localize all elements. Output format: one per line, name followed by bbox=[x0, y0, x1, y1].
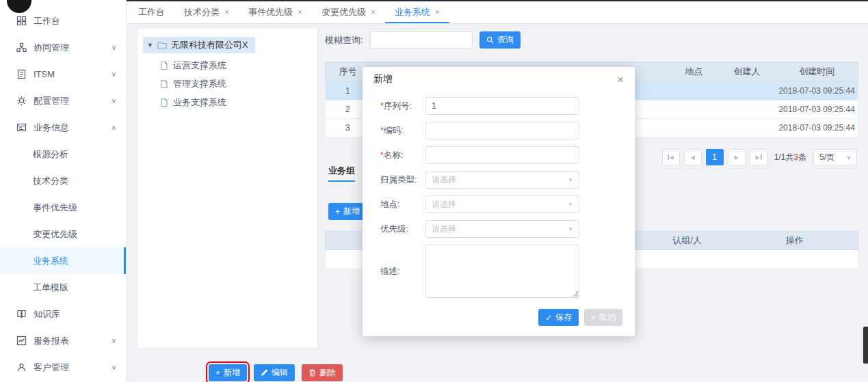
group-column-header-actions: 操作 bbox=[731, 234, 858, 247]
tree-node-label: 管理支撑系统 bbox=[173, 78, 226, 90]
sidebar-subitem-label: 工单模版 bbox=[33, 282, 68, 294]
sidebar-item-label: ITSM bbox=[34, 69, 55, 79]
tab-close-icon[interactable]: × bbox=[224, 8, 229, 17]
trash-icon bbox=[308, 369, 316, 377]
tab-label: 事件优先级 bbox=[248, 6, 293, 18]
tree-expand-icon[interactable]: ▼ bbox=[147, 42, 153, 49]
sidebar-item-business-system[interactable]: 业务系统 bbox=[0, 247, 126, 274]
category-select[interactable]: 请选择 ▼ bbox=[425, 171, 579, 189]
tree-node-operation-system[interactable]: 运营支撑系统 bbox=[159, 59, 317, 72]
select-placeholder: 请选择 bbox=[432, 199, 456, 210]
modal-close-icon[interactable]: × bbox=[617, 74, 624, 85]
sidebar-item-label: 业务信息 bbox=[34, 122, 69, 134]
tab-change-priority[interactable]: 变更优先级 × bbox=[312, 1, 385, 23]
pencil-icon bbox=[261, 369, 268, 377]
tab-close-icon[interactable]: × bbox=[435, 8, 440, 17]
first-page-button[interactable]: ◀ bbox=[662, 149, 680, 165]
org-tree-panel: ▼ 无限科技有限公司X 运营支撑系统 管理支撑系统 bbox=[137, 28, 318, 349]
last-page-button[interactable]: ▶ bbox=[750, 149, 767, 165]
chevron-down-icon: ∨ bbox=[111, 97, 116, 105]
query-button-label: 查询 bbox=[497, 34, 514, 46]
tree-node-company[interactable]: ▼ 无限科技有限公司X bbox=[143, 37, 255, 53]
search-icon bbox=[486, 36, 494, 44]
chevron-up-icon: ∧ bbox=[111, 124, 116, 131]
tree-edit-button[interactable]: 编辑 bbox=[254, 364, 295, 381]
sidebar-item-label: 协同管理 bbox=[34, 42, 69, 54]
tab-tech-category[interactable]: 技术分类 × bbox=[174, 1, 239, 23]
cancel-button-label: 取消 bbox=[599, 312, 616, 323]
description-textarea[interactable] bbox=[425, 245, 579, 298]
sidebar-item-collaboration[interactable]: 协同管理 ∨ bbox=[0, 34, 126, 61]
tree-delete-button[interactable]: 删除 bbox=[302, 364, 343, 381]
select-caret-icon: ▼ bbox=[568, 202, 573, 208]
serial-number-input[interactable] bbox=[425, 97, 579, 115]
sidebar-item-itsm[interactable]: ITSM ∨ bbox=[0, 61, 126, 87]
file-icon bbox=[159, 79, 169, 89]
book-icon bbox=[16, 309, 27, 319]
chevron-down-icon: ∨ bbox=[111, 44, 116, 51]
tree-delete-label: 删除 bbox=[319, 367, 336, 379]
sidebar-subitem-label: 根源分析 bbox=[33, 148, 68, 161]
query-button[interactable]: 查询 bbox=[479, 31, 521, 49]
tab-close-icon[interactable]: × bbox=[298, 8, 302, 17]
side-panel-handle[interactable] bbox=[863, 327, 868, 364]
modal-header: 新增 × bbox=[363, 67, 635, 92]
fuzzy-query-input[interactable] bbox=[370, 31, 473, 49]
sidebar-item-change-priority[interactable]: 变更优先级 bbox=[0, 221, 126, 247]
cancel-button[interactable]: × 取消 bbox=[584, 309, 622, 326]
sidebar: 工作台 协同管理 ∨ ITSM ∨ 配置管理 bbox=[0, 0, 127, 382]
card-icon bbox=[16, 122, 27, 133]
sidebar-item-incident-priority[interactable]: 事件优先级 bbox=[0, 194, 126, 221]
sidebar-item-workbench[interactable]: 工作台 bbox=[0, 8, 126, 34]
tab-business-system[interactable]: 业务系统 × bbox=[385, 1, 449, 23]
field-row-serial: *序列号: bbox=[380, 97, 622, 115]
sidebar-item-tech-category[interactable]: 技术分类 bbox=[0, 167, 126, 194]
field-row-category: 归属类型: 请选择 ▼ bbox=[380, 171, 622, 189]
field-label: *序列号: bbox=[380, 100, 425, 112]
sidebar-item-ticket-template[interactable]: 工单模版 bbox=[0, 274, 126, 301]
tab-workbench[interactable]: 工作台 bbox=[129, 1, 174, 23]
file-icon bbox=[159, 98, 169, 107]
sidebar-item-root-cause[interactable]: 根源分析 bbox=[0, 141, 126, 167]
sidebar-item-label: 配置管理 bbox=[34, 95, 69, 107]
business-group-add-button[interactable]: + 新增 bbox=[328, 203, 367, 220]
sidebar-item-business-info[interactable]: 业务信息 ∧ bbox=[0, 114, 126, 141]
prev-page-button[interactable]: ◀ bbox=[684, 149, 702, 165]
page-size-select[interactable]: 5/页 ∨ bbox=[813, 149, 857, 165]
next-page-icon: ▶ bbox=[735, 154, 739, 161]
tab-bar: 工作台 技术分类 × 事件优先级 × 变更优先级 × 业务系统 × bbox=[127, 1, 868, 24]
location-select[interactable]: 请选择 ▼ bbox=[425, 195, 579, 213]
tree-node-management-system[interactable]: 管理支撑系统 bbox=[159, 78, 317, 90]
sidebar-item-configuration[interactable]: 配置管理 ∨ bbox=[0, 87, 126, 114]
business-group-add-label: 新增 bbox=[343, 206, 360, 217]
sidebar-subitem-label: 业务系统 bbox=[33, 255, 68, 267]
tree-node-business-system[interactable]: 业务支撑系统 bbox=[159, 96, 317, 109]
sidebar-item-customer-management[interactable]: 客户管理 ∨ bbox=[0, 354, 126, 381]
save-button[interactable]: ✓ 保存 bbox=[538, 309, 579, 326]
file-icon bbox=[159, 61, 169, 70]
current-page-button[interactable]: 1 bbox=[706, 149, 724, 165]
select-placeholder: 请选择 bbox=[432, 174, 456, 186]
gear-icon bbox=[16, 96, 27, 106]
code-input[interactable] bbox=[425, 122, 579, 139]
folder-icon bbox=[157, 40, 167, 50]
group-column-header-group: 认组/人 bbox=[643, 234, 732, 247]
tab-close-icon[interactable]: × bbox=[371, 8, 376, 17]
sidebar-item-service-report[interactable]: 服务报表 ∨ bbox=[0, 327, 126, 354]
sidebar-item-label: 工作台 bbox=[34, 15, 60, 27]
modal-footer: ✓ 保存 × 取消 bbox=[363, 305, 635, 326]
grid-icon bbox=[16, 16, 27, 26]
next-page-button[interactable]: ▶ bbox=[728, 149, 746, 165]
plus-icon: + bbox=[215, 368, 220, 378]
column-header-created-at: 创建时间 bbox=[776, 66, 858, 78]
name-input[interactable] bbox=[425, 146, 579, 164]
top-header-edge bbox=[127, 0, 868, 1]
tab-incident-priority[interactable]: 事件优先级 × bbox=[239, 1, 312, 23]
cell-created-at: 2018-07-03 09:25:44 bbox=[776, 86, 858, 96]
sidebar-item-knowledge-base[interactable]: 知识库 bbox=[0, 301, 126, 327]
report-icon bbox=[16, 336, 27, 346]
tree-action-buttons: + 新增 编辑 删除 bbox=[209, 364, 343, 381]
customer-icon bbox=[16, 362, 27, 372]
tree-add-button[interactable]: + 新增 bbox=[209, 364, 247, 381]
priority-select[interactable]: 请选择 ▼ bbox=[425, 220, 579, 238]
